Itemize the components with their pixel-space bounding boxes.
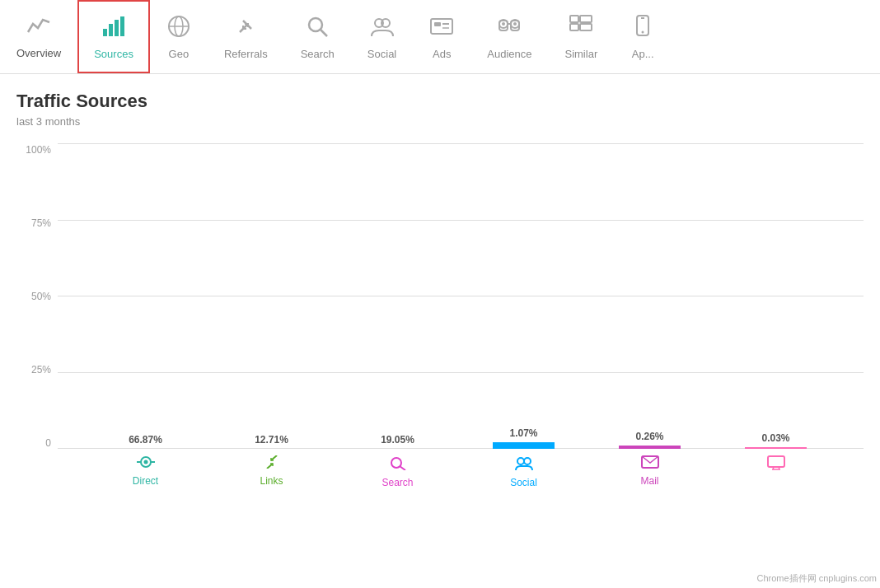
bar-group-social: 1.07%: [470, 427, 578, 449]
nav-item-audience[interactable]: Audience: [470, 0, 548, 73]
bottom-label-text-mail: Mail: [640, 475, 658, 487]
svg-point-41: [517, 458, 524, 464]
bar-value-mail: 0.26%: [635, 431, 663, 442]
bottom-label-text-links: Links: [260, 475, 283, 487]
bottom-label-mail: Mail: [597, 455, 704, 487]
nav-item-geo[interactable]: Geo: [150, 0, 208, 73]
chart-inner: 66.87% 12.71% 19.05%: [58, 144, 864, 449]
nav-label-audience: Audience: [487, 48, 531, 60]
svg-rect-2: [115, 20, 119, 36]
svg-rect-13: [431, 19, 452, 34]
nav-label-referrals: Referrals: [224, 48, 268, 60]
svg-rect-0: [103, 29, 107, 36]
similar-icon: [569, 14, 593, 43]
nav-label-geo: Geo: [169, 48, 190, 60]
bar-value-search: 19.05%: [381, 434, 414, 446]
bar-value-social: 1.07%: [509, 427, 537, 439]
sources-icon: [101, 14, 126, 43]
svg-point-34: [143, 460, 147, 464]
svg-point-9: [309, 18, 322, 31]
nav-item-sources[interactable]: Sources: [77, 0, 150, 73]
bottom-label-text-direct: Direct: [133, 475, 158, 487]
bottom-label-social: Social: [470, 455, 578, 488]
links-bottom-icon: [263, 455, 281, 473]
nav-item-referrals[interactable]: Referrals: [208, 0, 284, 73]
svg-line-10: [321, 30, 327, 36]
overview-icon: [26, 14, 51, 42]
display-bottom-icon: [767, 455, 785, 474]
nav-label-similar: Similar: [564, 48, 597, 60]
section-subtitle: last 3 months: [16, 115, 864, 128]
mail-bottom-icon: [641, 455, 659, 473]
nav-label-ads: Ads: [433, 48, 451, 60]
svg-point-42: [524, 458, 531, 464]
svg-line-37: [267, 464, 273, 469]
main-content: Traffic Sources last 3 months 100% 75% 5…: [0, 74, 880, 498]
y-label-25: 25%: [31, 364, 51, 376]
nav-item-search[interactable]: Search: [284, 0, 351, 73]
y-axis: 100% 75% 50% 25% 0: [16, 144, 58, 449]
svg-point-20: [513, 22, 517, 26]
bar-social: [493, 442, 555, 449]
bottom-label-display: [723, 455, 830, 477]
section-title: Traffic Sources: [16, 91, 864, 112]
nav-label-app: Ap...: [632, 48, 654, 60]
svg-line-40: [400, 466, 405, 470]
y-label-0: 0: [45, 437, 51, 449]
nav-label-overview: Overview: [16, 47, 61, 59]
nav-bar: Overview Sources Geo Ref: [0, 0, 880, 74]
svg-rect-28: [570, 24, 578, 30]
nav-item-overview[interactable]: Overview: [0, 0, 77, 73]
nav-item-social[interactable]: Social: [351, 0, 413, 73]
search-icon: [305, 14, 330, 43]
y-label-75: 75%: [31, 217, 51, 229]
bottom-label-text-search: Search: [381, 477, 413, 488]
bar-group-direct: 66.87%: [92, 434, 199, 449]
social-bottom-icon: [515, 455, 533, 474]
nav-label-sources: Sources: [94, 48, 133, 60]
svg-rect-29: [580, 24, 592, 30]
chart-area: 100% 75% 50% 25% 0 66.87%: [16, 144, 864, 498]
search-bottom-icon: [389, 455, 407, 474]
ads-icon: [429, 14, 454, 43]
referrals-icon: [233, 14, 258, 43]
bottom-labels: Direct Links Search: [58, 449, 864, 498]
bar-group-mail: 0.26%: [597, 431, 704, 449]
geo-icon: [166, 14, 191, 43]
bar-value-direct: 66.87%: [129, 434, 162, 446]
svg-point-32: [642, 30, 644, 33]
bottom-label-links: Links: [218, 455, 325, 487]
app-icon: [630, 14, 655, 43]
direct-bottom-icon: [137, 455, 155, 473]
audience-icon: [497, 14, 522, 43]
bottom-label-direct: Direct: [92, 455, 199, 487]
nav-label-search: Search: [301, 48, 335, 60]
bar-group-search: 19.05%: [344, 434, 452, 449]
bar-value-links: 12.71%: [255, 434, 288, 446]
svg-rect-14: [434, 22, 441, 26]
nav-item-similar[interactable]: Similar: [548, 0, 614, 73]
nav-label-social: Social: [367, 48, 396, 60]
y-label-50: 50%: [31, 291, 51, 302]
bars-row: 66.87% 12.71% 19.05%: [58, 144, 864, 449]
bar-group-links: 12.71%: [218, 434, 325, 449]
svg-rect-1: [109, 24, 113, 36]
svg-rect-27: [580, 16, 592, 22]
nav-item-app[interactable]: Ap...: [614, 0, 672, 73]
bar-group-other: 0.03%: [723, 432, 830, 449]
bar-value-other: 0.03%: [761, 432, 789, 444]
bottom-label-search: Search: [344, 455, 452, 488]
y-label-100: 100%: [26, 144, 51, 156]
svg-point-19: [502, 22, 505, 26]
nav-item-ads[interactable]: Ads: [413, 0, 470, 73]
social-icon: [370, 14, 395, 43]
svg-rect-26: [570, 16, 578, 22]
svg-rect-44: [768, 456, 784, 467]
bottom-label-text-social: Social: [510, 477, 537, 488]
svg-rect-3: [120, 16, 124, 36]
svg-line-38: [271, 455, 277, 460]
